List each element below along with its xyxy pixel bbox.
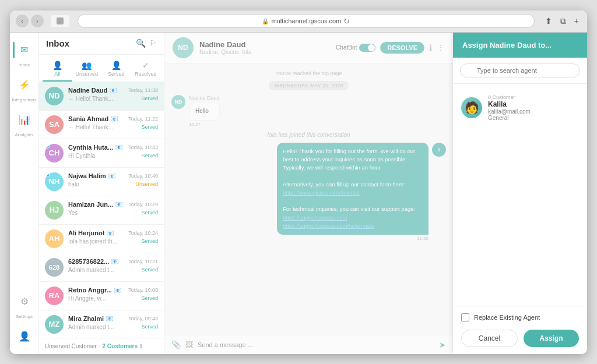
chat-input[interactable] <box>198 341 434 348</box>
chat-header: ND Nadine Daud Nadine, Qiscus, Iola Chat… <box>164 33 453 63</box>
agent-item-1[interactable]: 🧑 0 Customer Kalila kalila@mail.com Gene… <box>453 89 587 127</box>
emoji-icon[interactable]: 🖼 <box>185 340 193 349</box>
forward-button[interactable]: › <box>31 15 44 27</box>
assign-actions: Cancel Assign <box>461 330 579 347</box>
reload-button[interactable]: ↻ <box>343 17 350 26</box>
icon-sidebar: ✉ Inbox ⚡ Integrations 📊 Analytics ⚙ <box>10 33 39 354</box>
conversation-item-1[interactable]: ND Nadine Daud 📧 Today, 11:38 ← Hello! T… <box>39 82 164 111</box>
msg-link-3[interactable]: https://support.qiscus.com/hc/en-us/s <box>283 222 374 229</box>
conv-preview-4: halo <box>68 181 79 188</box>
sidebar-item-integrations[interactable]: ⚡ <box>13 73 36 97</box>
conv-top-6: Ali Herjunot 📧 Today, 10:24 <box>68 229 158 237</box>
avatar-3: CH <box>45 144 64 162</box>
browser-window: ‹ › 🔒 multichannel.qiscus.com ↻ ⬆ ⧉ + ✉ … <box>10 10 587 354</box>
conv-content-1: Nadine Daud 📧 Today, 11:38 ← Hello! Than… <box>68 87 158 102</box>
analytics-icon: 📊 <box>19 114 30 125</box>
msg-link-2[interactable]: https://support.qiscus.com <box>283 214 347 221</box>
browser-tab[interactable] <box>51 15 69 27</box>
replace-checkbox-row: Replace Existing Agent <box>461 313 579 321</box>
conv-content-6: Ali Herjunot 📧 Today, 10:24 Iola has joi… <box>68 229 158 245</box>
msg-link-1[interactable]: https://www.qiscus.com/contact <box>283 189 360 196</box>
conv-name-8: Retno Anggr... 📧 <box>68 287 122 294</box>
duplicate-button[interactable]: ⧉ <box>558 15 568 27</box>
conversation-item-7[interactable]: 628 6285736822... 📧 Today, 10:21 Admin m… <box>39 253 164 282</box>
conversation-item-5[interactable]: HJ Hamizan Jun... 📧 Today, 10:29 Yes Ser… <box>39 196 164 225</box>
msg-sender-1: Nadine Daud <box>189 95 220 101</box>
agent-avatar-inner-1: 🧑 <box>461 97 482 118</box>
send-button[interactable]: ➤ <box>439 340 446 349</box>
conv-time-6: Today, 10:24 <box>128 230 158 236</box>
new-tab-button[interactable]: + <box>572 15 581 27</box>
avatar-initials-7: 628 <box>45 258 64 277</box>
conversation-item-8[interactable]: RA Retno Anggr... 📧 Today, 10:08 Hi Angg… <box>39 282 164 310</box>
assign-button[interactable]: Assign <box>524 330 579 347</box>
system-joined-msg: Iola has joined this conversation <box>171 132 446 138</box>
avatar-1: ND <box>45 87 64 105</box>
conversation-item-4[interactable]: NH Najwa Halim 📧 Today, 10:40 halo Unser… <box>39 168 164 196</box>
browser-chrome: ‹ › 🔒 multichannel.qiscus.com ↻ ⬆ ⧉ + <box>10 10 587 33</box>
date-divider: WEDNESDAY, MAY 20, 2020 <box>269 81 349 90</box>
conversation-item-9[interactable]: MZ Mira Zhalmi 📧 Today, 09:43 Admin mark… <box>39 310 164 338</box>
you-reached-msg: You've reached the top page <box>171 70 446 76</box>
tab-all[interactable]: 👤 All <box>43 57 72 82</box>
search-icon[interactable]: 🔍 <box>136 38 146 48</box>
resolved-tab-icon: ✓ <box>142 61 149 70</box>
conv-status-9: Served <box>141 324 158 330</box>
agent-list: 🧑 0 Customer Kalila kalila@mail.com Gene… <box>453 84 587 306</box>
inbox-title: Inbox <box>46 38 69 48</box>
chat-area: ND Nadine Daud Nadine, Qiscus, Iola Chat… <box>164 33 453 354</box>
unserved-count[interactable]: 2 Customers <box>102 343 138 349</box>
conv-bottom-1: ← Hello! Thank... Served <box>68 96 158 102</box>
tab-resolved[interactable]: ✓ Resolved <box>131 57 161 82</box>
avatar-initials-8: RA <box>45 287 64 305</box>
sidebar-label-settings: Settings <box>16 314 33 319</box>
chat-messages: You've reached the top page WEDNESDAY, M… <box>164 63 453 335</box>
conv-name-1: Nadine Daud 📧 <box>68 87 117 94</box>
conv-bottom-7: Admin marked t... Served <box>68 267 158 273</box>
conv-bottom-5: Yes Served <box>68 210 158 216</box>
agent-avatar-1: 🧑 <box>461 97 482 118</box>
conv-status-2: Served <box>141 124 158 130</box>
conv-status-7: Served <box>141 267 158 273</box>
chatbot-toggle[interactable]: ChatBot <box>336 44 375 52</box>
filter-icon[interactable]: ⚐ <box>149 38 157 48</box>
share-button[interactable]: ⬆ <box>543 15 554 27</box>
conversation-item-2[interactable]: SA Sania Ahmad 📧 Today, 11:22 ← Hello! T… <box>39 111 164 139</box>
conv-top-8: Retno Anggr... 📧 Today, 10:08 <box>68 287 158 294</box>
conv-time-5: Today, 10:29 <box>128 202 158 207</box>
address-bar[interactable]: 🔒 multichannel.qiscus.com ↻ <box>78 14 535 28</box>
sidebar-item-inbox[interactable]: ✉ <box>13 38 36 62</box>
agent-email-1: kalila@mail.com <box>488 108 579 115</box>
info-icon[interactable]: ℹ <box>429 43 432 52</box>
conv-time-1: Today, 11:38 <box>128 87 158 93</box>
assign-panel: Assign Nadine Daud to... 🔍 🧑 0 Cust <box>453 33 587 354</box>
conversation-item-6[interactable]: AH Ali Herjunot 📧 Today, 10:24 Iola has … <box>39 225 164 253</box>
conv-time-8: Today, 10:08 <box>128 287 158 293</box>
replace-existing-checkbox[interactable] <box>461 313 469 321</box>
sidebar-item-settings[interactable]: ⚙ <box>13 290 36 313</box>
agent-team-1: General <box>488 115 579 121</box>
toggle-switch[interactable] <box>359 44 375 52</box>
attach-icon[interactable]: 📎 <box>171 340 181 349</box>
more-icon[interactable]: ⋮ <box>437 43 445 52</box>
sidebar-item-analytics[interactable]: 📊 <box>13 108 36 132</box>
conv-time-3: Today, 10:43 <box>128 144 158 150</box>
conv-content-3: Cynthia Huta... 📧 Today, 10:43 Hi Cynthi… <box>68 144 158 159</box>
assign-footer: Replace Existing Agent Cancel Assign <box>453 306 587 354</box>
cancel-button[interactable]: Cancel <box>461 330 518 347</box>
resolve-button[interactable]: RESOLVE <box>380 42 424 54</box>
conv-bottom-4: halo Unserved <box>68 181 158 188</box>
conv-status-8: Served <box>141 295 158 301</box>
tab-served[interactable]: 👤 Served <box>101 57 131 82</box>
tab-unserved-label: Unserved <box>75 71 98 77</box>
back-button[interactable]: ‹ <box>16 15 29 27</box>
assign-search-wrap: 🔍 <box>460 63 580 77</box>
conv-content-8: Retno Anggr... 📧 Today, 10:08 Hi Anggre,… <box>68 287 158 302</box>
sidebar-item-account[interactable]: 👤 <box>13 325 36 348</box>
conv-status-3: Served <box>141 153 158 158</box>
agent-count-1: 0 Customer <box>488 94 579 100</box>
tab-unserved[interactable]: 👥 Unserved <box>72 57 102 82</box>
assign-search-input[interactable] <box>460 63 580 77</box>
conversation-item-3[interactable]: CH Cynthia Huta... 📧 Today, 10:43 Hi Cyn… <box>39 139 164 168</box>
message-row-1: ND Nadine Daud Hello 10:27 <box>171 95 446 127</box>
